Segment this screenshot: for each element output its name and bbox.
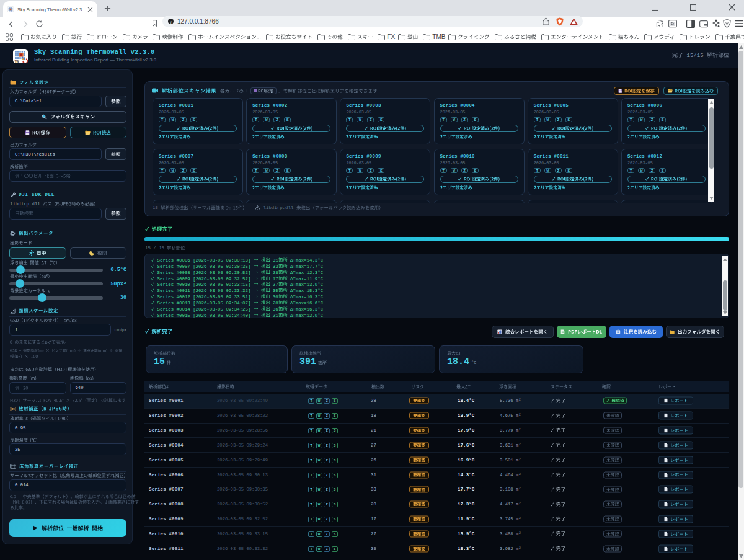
svg-text:TW: TW: [15, 60, 20, 63]
